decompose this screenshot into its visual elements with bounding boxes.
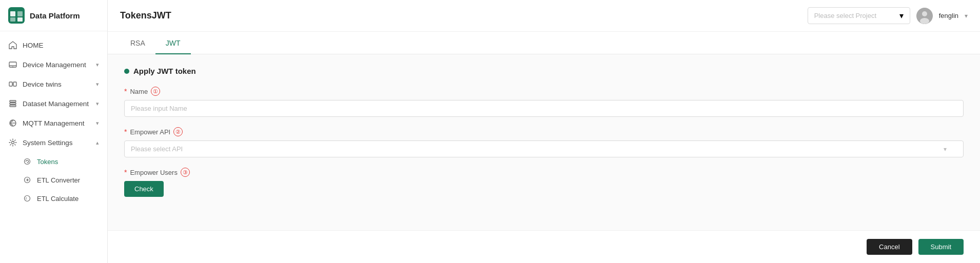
api-badge: ② xyxy=(173,127,183,136)
etl-converter-icon xyxy=(23,175,32,185)
sidebar: Data Platform HOME Device Management ▾ xyxy=(0,0,108,263)
svg-point-16 xyxy=(12,141,14,144)
chevron-down-icon: ▾ xyxy=(96,120,99,127)
svg-rect-12 xyxy=(10,103,16,105)
sidebar-item-mqtt-management[interactable]: MQTT Management ▾ xyxy=(0,113,107,133)
main-header: TokensJWT Please select Project ▾ fengli… xyxy=(108,0,980,32)
sidebar-subitem-etl-calculate-label: ETL Calculate xyxy=(37,195,79,203)
svg-point-22 xyxy=(922,11,927,16)
user-chevron-icon[interactable]: ▾ xyxy=(965,12,968,19)
header-right: Please select Project ▾ fenglin ▾ xyxy=(808,7,968,24)
svg-rect-8 xyxy=(9,82,12,86)
system-settings-icon xyxy=(8,138,17,147)
tab-rsa[interactable]: RSA xyxy=(120,32,155,54)
sidebar-item-device-twins-label: Device twins xyxy=(23,80,62,88)
api-select-placeholder: Please select API xyxy=(131,145,183,153)
sidebar-subitem-etl-converter-label: ETL Converter xyxy=(37,176,80,184)
chevron-up-icon: ▴ xyxy=(96,139,99,146)
user-name: fenglin xyxy=(939,12,958,19)
svg-rect-3 xyxy=(10,17,15,22)
sidebar-subitem-tokens-label: Tokens xyxy=(37,158,58,166)
svg-point-7 xyxy=(12,67,13,68)
name-field-group: * Name ① xyxy=(124,87,964,117)
svg-point-23 xyxy=(920,18,929,24)
device-management-icon xyxy=(8,60,17,69)
name-label: * Name ① xyxy=(124,87,964,96)
project-select-chevron-icon: ▾ xyxy=(899,11,904,21)
dataset-management-icon xyxy=(8,99,17,108)
status-dot-icon xyxy=(124,69,129,74)
tab-jwt[interactable]: JWT xyxy=(155,32,191,54)
svg-rect-2 xyxy=(17,11,23,16)
users-field-group: * Empower Users ③ Check xyxy=(124,168,964,197)
required-star: * xyxy=(124,87,127,95)
sidebar-item-dataset-management[interactable]: Dataset Management ▾ xyxy=(0,94,107,113)
project-select-text: Please select Project xyxy=(814,12,895,19)
check-button[interactable]: Check xyxy=(124,181,164,197)
chevron-down-icon: ▾ xyxy=(96,81,99,88)
cancel-button[interactable]: Cancel xyxy=(867,239,912,255)
sidebar-item-system-settings-label: System Settings xyxy=(23,139,73,147)
users-label-text: Empower Users xyxy=(130,169,177,176)
sidebar-item-home[interactable]: HOME xyxy=(0,35,107,55)
avatar xyxy=(916,8,933,24)
project-select-dropdown[interactable]: Please select Project ▾ xyxy=(808,7,910,24)
api-label-text: Empower API xyxy=(130,128,170,136)
etl-calculate-icon: f xyxy=(23,194,32,203)
content-area: RSA JWT Apply JWT token * Name ① * xyxy=(108,32,980,263)
sidebar-item-device-twins[interactable]: Device twins ▾ xyxy=(0,74,107,94)
main-content: TokensJWT Please select Project ▾ fengli… xyxy=(108,0,980,263)
section-title: Apply JWT token xyxy=(133,67,196,75)
sidebar-subitem-etl-converter[interactable]: ETL Converter xyxy=(0,171,107,189)
svg-rect-1 xyxy=(10,11,15,16)
sidebar-nav: HOME Device Management ▾ Device twins ▾ xyxy=(0,31,107,263)
sidebar-item-system-settings[interactable]: System Settings ▴ xyxy=(0,133,107,152)
app-logo-icon xyxy=(8,7,25,24)
sidebar-item-mqtt-management-label: MQTT Management xyxy=(23,119,85,127)
required-star: * xyxy=(124,168,127,176)
api-label: * Empower API ② xyxy=(124,127,964,136)
name-label-text: Name xyxy=(130,88,148,95)
api-select-dropdown[interactable]: Please select API ▾ xyxy=(124,140,964,157)
name-badge: ① xyxy=(151,87,160,96)
svg-rect-9 xyxy=(13,82,16,86)
home-icon xyxy=(8,41,17,50)
tabs-bar: RSA JWT xyxy=(108,32,980,54)
users-badge: ③ xyxy=(181,168,190,177)
app-title: Data Platform xyxy=(30,11,80,20)
chevron-down-icon: ▾ xyxy=(96,62,99,68)
svg-point-17 xyxy=(25,159,30,165)
name-input[interactable] xyxy=(124,100,964,117)
svg-rect-13 xyxy=(10,105,16,107)
sidebar-item-dataset-management-label: Dataset Management xyxy=(23,100,89,108)
api-select-arrow-icon: ▾ xyxy=(944,146,947,153)
sidebar-subitem-tokens[interactable]: Tokens xyxy=(0,152,107,171)
api-field-group: * Empower API ② Please select API ▾ xyxy=(124,127,964,157)
svg-text:f: f xyxy=(26,197,27,200)
device-twins-icon xyxy=(8,79,17,89)
sidebar-item-device-management[interactable]: Device Management ▾ xyxy=(0,55,107,74)
svg-rect-4 xyxy=(17,17,23,22)
svg-rect-11 xyxy=(10,100,16,102)
sidebar-item-device-management-label: Device Management xyxy=(23,61,86,69)
sidebar-logo: Data Platform xyxy=(0,0,107,31)
users-label: * Empower Users ③ xyxy=(124,168,964,177)
footer-actions: Cancel Submit xyxy=(108,230,980,263)
tokens-icon xyxy=(23,157,32,166)
page-title: TokensJWT xyxy=(120,10,171,21)
submit-button[interactable]: Submit xyxy=(918,239,964,255)
chevron-down-icon: ▾ xyxy=(96,100,99,107)
form-area: Apply JWT token * Name ① * Empower API ② xyxy=(108,54,980,230)
required-star: * xyxy=(124,128,127,136)
section-header: Apply JWT token xyxy=(124,67,964,75)
sidebar-subitem-etl-calculate[interactable]: f ETL Calculate xyxy=(0,189,107,208)
mqtt-icon xyxy=(8,118,17,128)
sidebar-item-home-label: HOME xyxy=(23,42,44,49)
